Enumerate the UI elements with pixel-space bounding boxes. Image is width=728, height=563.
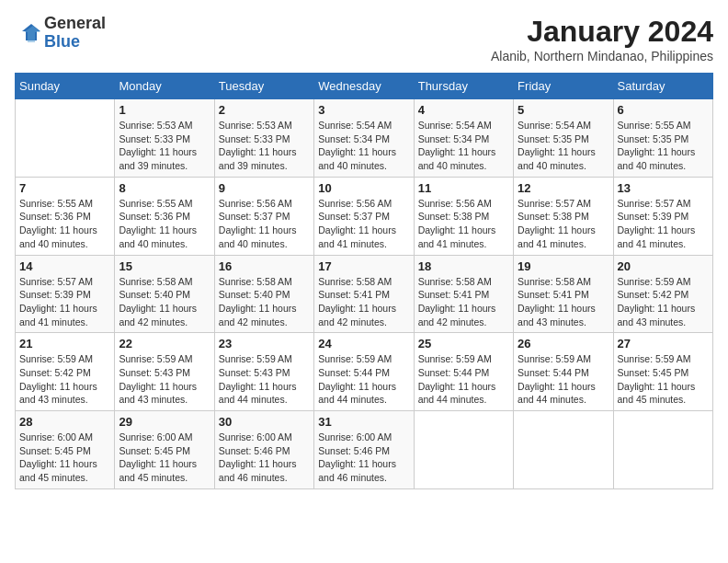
calendar-cell: 14Sunrise: 5:57 AM Sunset: 5:39 PM Dayli… — [16, 255, 115, 333]
day-number: 12 — [518, 181, 609, 195]
calendar-cell — [613, 411, 712, 489]
day-info: Sunrise: 5:57 AM Sunset: 5:39 PM Dayligh… — [618, 197, 709, 251]
calendar-cell: 9Sunrise: 5:56 AM Sunset: 5:37 PM Daylig… — [214, 177, 313, 255]
day-info: Sunrise: 5:57 AM Sunset: 5:39 PM Dayligh… — [19, 275, 110, 329]
calendar-week-4: 21Sunrise: 5:59 AM Sunset: 5:42 PM Dayli… — [16, 333, 713, 411]
day-number: 26 — [518, 337, 609, 350]
day-info: Sunrise: 5:59 AM Sunset: 5:44 PM Dayligh… — [418, 352, 509, 407]
calendar-week-1: 1Sunrise: 5:53 AM Sunset: 5:33 PM Daylig… — [16, 99, 713, 178]
day-number: 28 — [19, 415, 110, 429]
calendar-cell: 2Sunrise: 5:53 AM Sunset: 5:33 PM Daylig… — [214, 99, 313, 178]
day-number: 19 — [518, 259, 609, 273]
calendar-cell: 31Sunrise: 6:00 AM Sunset: 5:46 PM Dayli… — [314, 411, 414, 489]
logo-general: General — [44, 15, 106, 33]
day-info: Sunrise: 5:55 AM Sunset: 5:36 PM Dayligh… — [19, 197, 110, 251]
day-number: 15 — [119, 259, 210, 273]
calendar-week-3: 14Sunrise: 5:57 AM Sunset: 5:39 PM Dayli… — [16, 255, 713, 333]
day-number: 14 — [19, 259, 110, 273]
day-number: 17 — [318, 259, 409, 273]
day-info: Sunrise: 6:00 AM Sunset: 5:46 PM Dayligh… — [318, 431, 409, 485]
calendar-cell: 4Sunrise: 5:54 AM Sunset: 5:34 PM Daylig… — [414, 99, 513, 178]
calendar-cell: 24Sunrise: 5:59 AM Sunset: 5:44 PM Dayli… — [314, 333, 414, 411]
calendar-week-2: 7Sunrise: 5:55 AM Sunset: 5:36 PM Daylig… — [16, 177, 713, 255]
day-number: 31 — [318, 415, 409, 429]
day-number: 9 — [219, 181, 310, 195]
day-info: Sunrise: 5:56 AM Sunset: 5:37 PM Dayligh… — [318, 197, 409, 251]
day-number: 21 — [19, 337, 110, 350]
calendar-cell: 6Sunrise: 5:55 AM Sunset: 5:35 PM Daylig… — [613, 99, 712, 178]
calendar-cell: 30Sunrise: 6:00 AM Sunset: 5:46 PM Dayli… — [214, 411, 313, 489]
day-number: 27 — [618, 337, 709, 350]
calendar-week-5: 28Sunrise: 6:00 AM Sunset: 5:45 PM Dayli… — [16, 411, 713, 489]
day-info: Sunrise: 5:59 AM Sunset: 5:44 PM Dayligh… — [318, 352, 409, 407]
day-info: Sunrise: 6:00 AM Sunset: 5:46 PM Dayligh… — [219, 431, 310, 485]
day-info: Sunrise: 5:55 AM Sunset: 5:36 PM Dayligh… — [119, 197, 210, 251]
location: Alanib, Northern Mindanao, Philippines — [491, 49, 713, 63]
day-info: Sunrise: 5:53 AM Sunset: 5:33 PM Dayligh… — [119, 119, 210, 173]
day-info: Sunrise: 5:54 AM Sunset: 5:34 PM Dayligh… — [418, 119, 509, 173]
day-info: Sunrise: 5:59 AM Sunset: 5:43 PM Dayligh… — [219, 352, 310, 407]
day-info: Sunrise: 5:54 AM Sunset: 5:35 PM Dayligh… — [518, 119, 609, 173]
day-number: 6 — [618, 103, 709, 117]
day-info: Sunrise: 5:57 AM Sunset: 5:38 PM Dayligh… — [518, 197, 609, 251]
calendar-cell: 15Sunrise: 5:58 AM Sunset: 5:40 PM Dayli… — [115, 255, 214, 333]
calendar-cell: 18Sunrise: 5:58 AM Sunset: 5:41 PM Dayli… — [414, 255, 513, 333]
calendar-cell — [414, 411, 513, 489]
day-header-wednesday: Wednesday — [314, 74, 414, 99]
calendar-cell: 8Sunrise: 5:55 AM Sunset: 5:36 PM Daylig… — [115, 177, 214, 255]
day-info: Sunrise: 6:00 AM Sunset: 5:45 PM Dayligh… — [119, 431, 210, 485]
day-number: 1 — [119, 103, 210, 117]
day-header-saturday: Saturday — [613, 74, 712, 99]
calendar-cell: 5Sunrise: 5:54 AM Sunset: 5:35 PM Daylig… — [514, 99, 613, 178]
day-number: 30 — [219, 415, 310, 429]
calendar-cell: 10Sunrise: 5:56 AM Sunset: 5:37 PM Dayli… — [314, 177, 414, 255]
calendar-cell — [16, 99, 115, 178]
calendar-cell: 1Sunrise: 5:53 AM Sunset: 5:33 PM Daylig… — [115, 99, 214, 178]
header-row: SundayMondayTuesdayWednesdayThursdayFrid… — [16, 74, 713, 99]
calendar-cell: 13Sunrise: 5:57 AM Sunset: 5:39 PM Dayli… — [613, 177, 712, 255]
day-header-monday: Monday — [115, 74, 214, 99]
day-header-friday: Friday — [514, 74, 613, 99]
day-number: 22 — [119, 337, 210, 350]
day-number: 3 — [318, 103, 409, 117]
calendar-cell: 23Sunrise: 5:59 AM Sunset: 5:43 PM Dayli… — [214, 333, 313, 411]
day-info: Sunrise: 6:00 AM Sunset: 5:45 PM Dayligh… — [19, 431, 110, 485]
day-number: 29 — [119, 415, 210, 429]
day-info: Sunrise: 5:58 AM Sunset: 5:40 PM Dayligh… — [219, 275, 310, 329]
calendar-cell: 22Sunrise: 5:59 AM Sunset: 5:43 PM Dayli… — [115, 333, 214, 411]
logo: General Blue — [15, 15, 106, 52]
calendar-cell: 28Sunrise: 6:00 AM Sunset: 5:45 PM Dayli… — [16, 411, 115, 489]
day-info: Sunrise: 5:58 AM Sunset: 5:41 PM Dayligh… — [418, 275, 509, 329]
title-block: January 2024 Alanib, Northern Mindanao, … — [491, 15, 713, 63]
day-number: 7 — [19, 181, 110, 195]
calendar-cell: 27Sunrise: 5:59 AM Sunset: 5:45 PM Dayli… — [613, 333, 712, 411]
day-number: 2 — [219, 103, 310, 117]
logo-blue: Blue — [44, 33, 106, 52]
day-info: Sunrise: 5:55 AM Sunset: 5:35 PM Dayligh… — [618, 119, 709, 173]
day-number: 10 — [318, 181, 409, 195]
calendar-cell: 29Sunrise: 6:00 AM Sunset: 5:45 PM Dayli… — [115, 411, 214, 489]
page-header: General Blue January 2024 Alanib, Northe… — [15, 15, 713, 63]
calendar-cell: 11Sunrise: 5:56 AM Sunset: 5:38 PM Dayli… — [414, 177, 513, 255]
day-number: 20 — [618, 259, 709, 273]
day-info: Sunrise: 5:58 AM Sunset: 5:40 PM Dayligh… — [119, 275, 210, 329]
day-header-sunday: Sunday — [16, 74, 115, 99]
calendar-cell: 16Sunrise: 5:58 AM Sunset: 5:40 PM Dayli… — [214, 255, 313, 333]
day-number: 16 — [219, 259, 310, 273]
day-info: Sunrise: 5:56 AM Sunset: 5:38 PM Dayligh… — [418, 197, 509, 251]
day-info: Sunrise: 5:54 AM Sunset: 5:34 PM Dayligh… — [318, 119, 409, 173]
day-info: Sunrise: 5:58 AM Sunset: 5:41 PM Dayligh… — [518, 275, 609, 329]
calendar-cell — [514, 411, 613, 489]
day-info: Sunrise: 5:53 AM Sunset: 5:33 PM Dayligh… — [219, 119, 310, 173]
calendar-table: SundayMondayTuesdayWednesdayThursdayFrid… — [15, 73, 713, 489]
month-year: January 2024 — [491, 15, 713, 49]
day-info: Sunrise: 5:59 AM Sunset: 5:43 PM Dayligh… — [119, 352, 210, 407]
day-number: 18 — [418, 259, 509, 273]
calendar-cell: 21Sunrise: 5:59 AM Sunset: 5:42 PM Dayli… — [16, 333, 115, 411]
day-info: Sunrise: 5:59 AM Sunset: 5:44 PM Dayligh… — [518, 352, 609, 407]
logo-text: General Blue — [44, 15, 106, 52]
day-number: 8 — [119, 181, 210, 195]
calendar-cell: 12Sunrise: 5:57 AM Sunset: 5:38 PM Dayli… — [514, 177, 613, 255]
day-number: 23 — [219, 337, 310, 350]
calendar-cell: 25Sunrise: 5:59 AM Sunset: 5:44 PM Dayli… — [414, 333, 513, 411]
